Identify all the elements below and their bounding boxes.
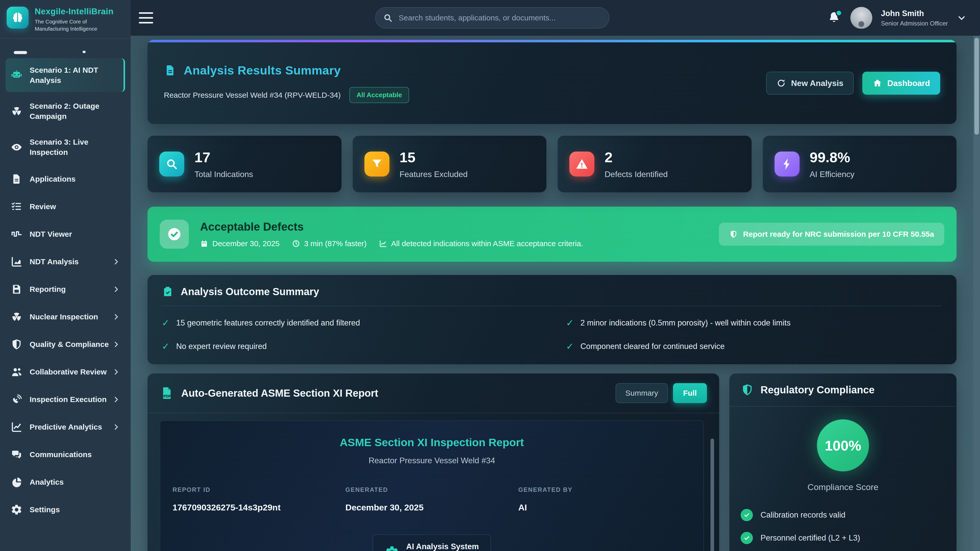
stat-defects-identified[interactable]: 2 Defects Identified <box>558 136 752 192</box>
stat-value: 2 <box>605 149 668 165</box>
eye-icon <box>11 141 22 153</box>
user-silhouette-icon <box>853 19 870 29</box>
sidebar-item-label: Communications <box>30 449 92 460</box>
banner-title: Acceptable Defects <box>200 221 583 233</box>
chevron-right-icon <box>112 395 120 403</box>
sidebar-item-settings[interactable]: Settings <box>6 497 125 522</box>
asme-report-card: PDF Auto-Generated ASME Section XI Repor… <box>148 373 719 551</box>
stat-label: Defects Identified <box>605 170 668 179</box>
sidebar-item-collaborative-review[interactable]: Collaborative Review <box>6 359 125 385</box>
component-subtitle: Reactor Pressure Vessel Weld #34 (RPV-WE… <box>164 91 341 100</box>
sidebar-item-review[interactable]: Review <box>6 194 125 219</box>
sidebar-item-scenario-3[interactable]: Scenario 3: Live Inspection <box>6 130 125 164</box>
dashboard-button[interactable]: Dashboard <box>862 72 940 95</box>
report-document-icon <box>164 64 177 77</box>
users-icon <box>11 366 22 378</box>
shield-icon <box>729 230 738 238</box>
menu-toggle-icon[interactable] <box>139 12 153 24</box>
section-title: Regulatory Compliance <box>760 384 875 395</box>
ai-system-chip: AI Analysis System Primary Analysis <box>372 534 491 551</box>
global-search <box>375 7 609 29</box>
radiation-icon <box>11 105 22 117</box>
search-input[interactable] <box>375 7 609 29</box>
brand: Nexgile-IntelliBrain The Cognitive Core … <box>0 0 130 39</box>
sidebar-item-label: Settings <box>30 505 60 515</box>
page-title: Analysis Results Summary <box>184 63 341 77</box>
sidebar-item-ndt-viewer[interactable]: NDT Viewer <box>6 221 125 247</box>
clock-icon <box>292 240 300 248</box>
sidebar-item-label: Scenario 3: Live Inspection <box>30 137 119 157</box>
stat-features-excluded[interactable]: 15 Features Excluded <box>353 136 547 192</box>
clipboard-check-icon <box>162 286 173 297</box>
ai-gear-icon <box>385 545 399 551</box>
chevron-down-icon[interactable] <box>956 13 967 23</box>
sidebar-item-label: Inspection Execution <box>30 394 107 405</box>
sidebar-item-label: Applications <box>30 174 76 184</box>
document-subtitle: Reactor Pressure Vessel Weld #34 <box>172 456 691 465</box>
page-scrollbar[interactable] <box>974 36 980 551</box>
section-title: Auto-Generated ASME Section XI Report <box>181 387 378 399</box>
nrc-ready-pill: Report ready for NRC submission per 10 C… <box>719 223 944 246</box>
tab-full[interactable]: Full <box>673 383 707 403</box>
stats-row: 17 Total Indications 15 Features Exclude… <box>148 136 956 192</box>
sidebar-item-applications[interactable]: Applications <box>6 166 125 192</box>
sidebar-item-label: Collaborative Review <box>30 367 107 377</box>
user-name: John Smith <box>881 9 948 18</box>
sidebar-item-label: Reporting <box>30 284 66 294</box>
chevron-right-icon <box>112 313 120 321</box>
chevron-right-icon <box>112 423 120 431</box>
page-scrollbar-thumb[interactable] <box>974 38 979 135</box>
radiation-icon <box>11 311 22 323</box>
sidebar-item-reporting[interactable]: Reporting <box>6 276 125 302</box>
checklist-icon <box>11 201 22 213</box>
document-icon <box>11 173 22 185</box>
sidebar-item-analytics[interactable]: Analytics <box>6 469 125 495</box>
sidebar-item-quality-compliance[interactable]: Quality & Compliance <box>6 332 125 357</box>
gear-icon <box>11 504 22 516</box>
outcome-summary-card: Analysis Outcome Summary ✓ 15 geometric … <box>148 275 956 364</box>
sidebar-item-inspection-execution[interactable]: Inspection Execution <box>6 387 125 412</box>
compliance-item: Personnel certified (L2 + L3) <box>741 532 945 544</box>
filter-icon <box>364 151 390 176</box>
report-scrollbar[interactable] <box>711 438 714 551</box>
file-save-icon <box>11 283 22 295</box>
document-title: ASME Section XI Inspection Report <box>172 436 691 449</box>
outcome-item: ✓ Component cleared for continued servic… <box>566 342 942 351</box>
home-icon <box>873 78 882 88</box>
outcome-item: ✓ 15 geometric features correctly identi… <box>162 318 538 327</box>
chat-bubbles-icon <box>11 449 22 460</box>
sidebar-item-ndt-analysis[interactable]: NDT Analysis <box>6 249 125 275</box>
sidebar-item-label: Scenario 2: Outage Campaign <box>30 101 119 121</box>
sidebar-item-label: Quality & Compliance <box>30 339 109 349</box>
new-analysis-button[interactable]: New Analysis <box>766 72 854 95</box>
search-stat-icon <box>159 151 184 176</box>
status-badge: All Acceptable <box>349 87 409 103</box>
sidebar-item-predictive-analytics[interactable]: Predictive Analytics <box>6 414 125 440</box>
compliance-score-circle: 100% <box>817 419 869 472</box>
notification-badge <box>835 10 842 16</box>
sidebar-item-communications[interactable]: Communications <box>6 442 125 467</box>
chart-area-icon <box>11 256 22 268</box>
report-field: GENERATED December 30, 2025 <box>345 486 518 513</box>
user-info[interactable]: John Smith Senior Admission Officer <box>881 9 948 27</box>
pdf-file-icon: PDF <box>160 386 175 400</box>
outcome-item: ✓ 2 minor indications (0.5mm porosity) -… <box>566 318 942 327</box>
brand-tagline: The Cognitive Core of Manufacturing Inte… <box>35 18 106 33</box>
stat-ai-efficiency[interactable]: 99.8% AI Efficiency <box>763 136 957 192</box>
sidebar-item-nuclear-inspection[interactable]: Nuclear Inspection <box>6 304 125 330</box>
refresh-icon <box>776 78 786 88</box>
sidebar-item-scenario-2[interactable]: Scenario 2: Outage Campaign <box>6 94 125 128</box>
result-banner: Acceptable Defects December 30, 2025 3 m… <box>148 206 956 262</box>
shield-icon <box>741 383 754 396</box>
avatar[interactable] <box>850 7 872 29</box>
stat-total-indications[interactable]: 17 Total Indications <box>148 136 342 192</box>
notifications-button[interactable] <box>827 11 842 25</box>
chart-line-icon <box>11 421 22 433</box>
sidebar-item-scenario-1[interactable]: Scenario 1: AI NDT Analysis <box>6 58 125 92</box>
compliance-score-label: Compliance Score <box>741 482 945 492</box>
user-role: Senior Admission Officer <box>881 20 948 27</box>
tab-summary[interactable]: Summary <box>616 383 668 403</box>
regulatory-compliance-card: Regulatory Compliance 100% Compliance Sc… <box>729 373 956 551</box>
sidebar-nav: Scenario 1: AI NDT Analysis Scenario 2: … <box>0 40 130 551</box>
sidebar-item-clipped[interactable] <box>6 45 125 55</box>
